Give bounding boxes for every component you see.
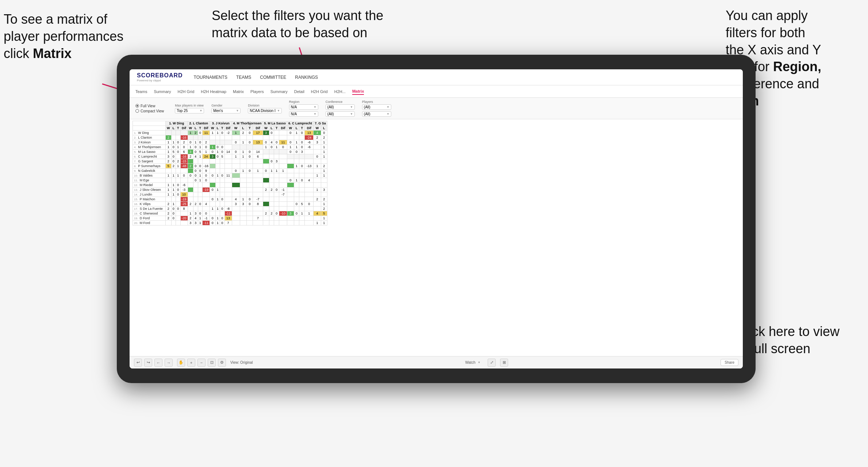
filter-max-players: Max players in view Top 25 ▼ bbox=[175, 104, 204, 113]
annotation-top-left: To see a matrix of player performances c… bbox=[4, 11, 128, 62]
settings-button[interactable]: ⚙ bbox=[218, 359, 226, 367]
sh-l4: L bbox=[240, 126, 246, 131]
matrix-area[interactable]: 1. W Ding 2. L Clanton 3. J Koivun 4. M … bbox=[130, 119, 743, 356]
table-row: 20. M Ford 331-11 0107 11 bbox=[133, 221, 327, 225]
watch-label[interactable]: Watch bbox=[465, 360, 475, 364]
player-name: 16. K Vilips bbox=[133, 202, 166, 207]
nav-rankings[interactable]: RANKINGS bbox=[295, 73, 318, 81]
tab-summary[interactable]: Summary bbox=[154, 89, 171, 94]
sh-d3: Dif bbox=[224, 126, 232, 131]
sh-d2: Dif bbox=[203, 126, 210, 131]
zoom-in-button[interactable]: + bbox=[187, 359, 195, 367]
player-name: 19. D Ford bbox=[133, 216, 166, 221]
sh-t6: T bbox=[299, 126, 305, 131]
sh-l5: L bbox=[269, 126, 274, 131]
sh-t5: T bbox=[274, 126, 279, 131]
tab-detail[interactable]: Detail bbox=[294, 89, 304, 94]
full-view-radio[interactable] bbox=[135, 104, 139, 108]
full-view-option[interactable]: Full View bbox=[135, 104, 164, 108]
logo-title: SCOREBOARD bbox=[137, 72, 183, 79]
table-row: 17. S De La Fuente 2008 110-8 2 bbox=[133, 207, 327, 211]
nav-teams[interactable]: TEAMS bbox=[236, 73, 251, 81]
fit-button[interactable]: ⊡ bbox=[208, 359, 216, 367]
tab-h2h-heatmap[interactable]: H2H Heatmap bbox=[201, 89, 226, 94]
nav-tournaments[interactable]: TOURNAMENTS bbox=[194, 73, 227, 81]
conference-label: Conference bbox=[326, 100, 355, 104]
player-name: 18. C Sherwood bbox=[133, 211, 166, 216]
toolbar-history-group: ↩ ↪ ← → bbox=[134, 359, 173, 367]
sh-w4: W bbox=[232, 126, 240, 131]
table-row: 9. N Gabrelcik 009 0101 0111 1 bbox=[133, 169, 327, 173]
players-label: Players bbox=[362, 100, 391, 104]
player-name: 15. P Maichon bbox=[133, 197, 166, 202]
filter-bar: Full View Compact View Max players in vi… bbox=[130, 98, 743, 119]
tablet-screen: SCOREBOARD Powered by clippd TOURNAMENTS… bbox=[130, 69, 743, 368]
tab-h2h-more[interactable]: H2H... bbox=[334, 89, 346, 94]
players-select-2[interactable]: (All) ▼ bbox=[362, 111, 391, 117]
matrix-table: 1. W Ding 2. L Clanton 3. J Koivun 4. M … bbox=[132, 121, 327, 225]
player-name: 6. C Lamprecht bbox=[133, 154, 166, 159]
chevron-down-icon8: ▼ bbox=[387, 105, 389, 109]
tab-matrix-active[interactable]: Matrix bbox=[352, 88, 364, 95]
region-select[interactable]: N/A ▼ bbox=[289, 104, 318, 110]
conference-select[interactable]: (All) ▼ bbox=[326, 104, 355, 110]
tab-players[interactable]: Players bbox=[250, 89, 264, 94]
player-name: 7. G Sargent bbox=[133, 159, 166, 164]
table-row: 3. J Koivun 1102 0102 01013 04011 010-6 … bbox=[133, 140, 327, 145]
forward-button[interactable]: → bbox=[165, 359, 173, 367]
tab-summary2[interactable]: Summary bbox=[270, 89, 288, 94]
logo-area: SCOREBOARD Powered by clippd bbox=[137, 72, 183, 82]
tab-matrix[interactable]: Matrix bbox=[233, 89, 244, 94]
gender-select[interactable]: Men's ▼ bbox=[211, 108, 241, 113]
chevron-down-icon7: ▼ bbox=[350, 112, 353, 116]
player-name: 1. W Ding bbox=[133, 131, 166, 135]
table-row: 13. J Skov Olesen 110-3 -19 01 220-1 13 bbox=[133, 188, 327, 192]
sh-d4: Dif bbox=[253, 126, 263, 131]
table-row: 16. K Vilips 21-25 2204 3308 050 1 bbox=[133, 202, 327, 207]
filter-gender: Gender Men's ▼ bbox=[211, 104, 241, 113]
region-select-2[interactable]: N/A ▼ bbox=[289, 111, 318, 117]
division-select[interactable]: NCAA Division I ▼ bbox=[248, 108, 282, 113]
compact-view-radio[interactable] bbox=[135, 109, 139, 113]
table-row: 15. P Maichon -19 010 410-7 22 bbox=[133, 197, 327, 202]
tab-h2h-grid[interactable]: H2H Grid bbox=[177, 89, 194, 94]
back-button[interactable]: ← bbox=[154, 359, 162, 367]
view-original-label: View: Original bbox=[230, 360, 253, 364]
compact-view-option[interactable]: Compact View bbox=[135, 109, 164, 113]
zoom-out-button[interactable]: − bbox=[197, 359, 206, 367]
table-row: 12. M Riedel 110-6 bbox=[133, 183, 327, 188]
toolbar-view-group: View: Original bbox=[230, 360, 253, 364]
nav-committee[interactable]: COMMITTEE bbox=[260, 73, 286, 81]
table-row: 14. J Lundin 11010 -7 bbox=[133, 192, 327, 197]
nav-items: TOURNAMENTS TEAMS COMMITTEE RANKINGS bbox=[194, 73, 318, 81]
col-header-1: 1. W Ding bbox=[166, 121, 188, 126]
chevron-down-icon6: ▼ bbox=[350, 105, 353, 109]
player-name: 4. M Thorbjornsen bbox=[133, 145, 166, 150]
table-row: 4. M Thorbjornsen 1010 1010 100 1010 110… bbox=[133, 145, 327, 150]
sh-w2: W bbox=[188, 126, 193, 131]
compact-view-label: Compact View bbox=[141, 109, 164, 113]
table-row: 2. L Clanton 2-16 -24 22 bbox=[133, 135, 327, 140]
undo-button[interactable]: ↩ bbox=[134, 359, 142, 367]
col-header-3: 3. J Koivun bbox=[210, 121, 232, 126]
share-button[interactable]: Share bbox=[721, 359, 738, 366]
col-header-empty bbox=[133, 121, 166, 126]
hand-tool-button[interactable]: ✋ bbox=[177, 359, 185, 367]
division-label: Division bbox=[248, 104, 282, 107]
redo-button[interactable]: ↪ bbox=[144, 359, 152, 367]
sh-w6: W bbox=[287, 126, 294, 131]
conference-select-2[interactable]: (All) ▼ bbox=[326, 111, 355, 117]
max-players-label: Max players in view bbox=[175, 104, 204, 107]
players-select[interactable]: (All) ▼ bbox=[362, 104, 391, 110]
tab-teams[interactable]: Teams bbox=[135, 89, 147, 94]
screen-size-button[interactable]: ⤢ bbox=[488, 359, 496, 367]
tab-h2h-grid2[interactable]: H2H Grid bbox=[311, 89, 328, 94]
sh-d6: Dif bbox=[305, 126, 314, 131]
sh-t1: T bbox=[176, 126, 181, 131]
table-row: 11. M Ege 010 0104 bbox=[133, 178, 327, 183]
filter-players: Players (All) ▼ (All) ▼ bbox=[362, 100, 391, 117]
player-name: 12. M Riedel bbox=[133, 183, 166, 188]
max-players-select[interactable]: Top 25 ▼ bbox=[175, 108, 204, 113]
grid-button[interactable]: ⊞ bbox=[500, 359, 508, 367]
watch-chevron: ▼ bbox=[477, 361, 480, 364]
